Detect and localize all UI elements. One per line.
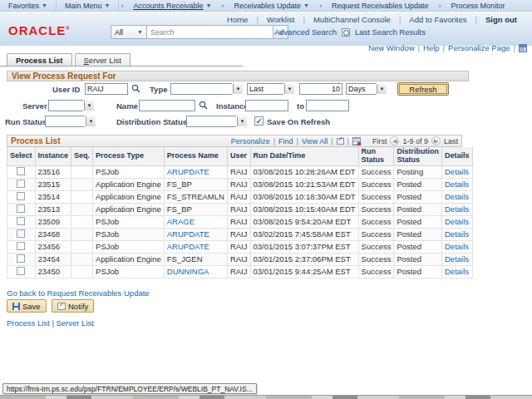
cell-process-type: Application Engine: [93, 178, 165, 190]
personalize-page-link[interactable]: Personalize Page: [448, 43, 510, 52]
download-grid-icon[interactable]: [352, 137, 361, 145]
details-link[interactable]: Details: [445, 217, 469, 226]
days-count-input[interactable]: [299, 83, 342, 95]
chevron-down-icon[interactable]: ▼: [284, 84, 294, 94]
breadcrumb-separator-icon: ›: [119, 2, 125, 10]
type-dropdown[interactable]: ▼: [170, 83, 244, 95]
process-name-text: FS_BP: [167, 204, 192, 214]
process-name-link[interactable]: ARAGE: [167, 217, 195, 226]
row-select-checkbox[interactable]: [17, 192, 25, 200]
instance-from-input[interactable]: [245, 100, 288, 111]
last-search-results-link[interactable]: Last Search Results: [355, 27, 426, 37]
row-select-checkbox[interactable]: [17, 180, 25, 188]
chevron-down-icon[interactable]: ▼: [377, 84, 387, 94]
row-select-checkbox[interactable]: [17, 229, 25, 238]
row-select-checkbox[interactable]: [17, 167, 25, 175]
help-link[interactable]: Help: [423, 43, 440, 52]
process-name-link[interactable]: DUNNINGA: [167, 267, 209, 276]
cell-select: [7, 253, 36, 265]
find-link[interactable]: Find: [278, 137, 293, 145]
name-lookup-icon[interactable]: [199, 101, 208, 110]
multichannel-console-link[interactable]: MultiChannel Console: [305, 15, 399, 24]
zoom-popup-icon[interactable]: [337, 138, 344, 145]
cell-process-type: PSJob: [93, 228, 165, 240]
breadcrumb-receivables-update[interactable]: Receivables Update ▼: [225, 0, 318, 12]
chevron-down-icon[interactable]: ▼: [233, 84, 243, 94]
details-link[interactable]: Details: [445, 180, 469, 189]
user-id-input[interactable]: [85, 83, 128, 95]
next-page-icon[interactable]: ▶: [431, 136, 441, 145]
details-link[interactable]: Details: [445, 229, 469, 239]
sign-out-link[interactable]: Sign out: [477, 15, 525, 24]
col-distribution-status: Distribution Status: [394, 147, 442, 165]
chevron-down-icon[interactable]: ▼: [84, 101, 94, 111]
run-status-dropdown[interactable]: ▼: [45, 116, 96, 127]
cell-select: [7, 240, 36, 253]
cell-run-datetime: 03/08/2015 10:21:53AM EDT: [250, 178, 358, 190]
user-id-lookup-icon[interactable]: [131, 84, 140, 93]
distribution-status-dropdown[interactable]: ▼: [186, 116, 248, 127]
add-to-favorites-link[interactable]: Add to Favorites: [401, 15, 475, 24]
search-scope-dropdown[interactable]: All ▼: [111, 25, 147, 39]
row-select-checkbox[interactable]: [17, 204, 25, 213]
new-window-link[interactable]: New Window: [368, 43, 414, 52]
days-unit-dropdown[interactable]: Days ▼: [346, 83, 387, 95]
go-back-link[interactable]: Go back to Request Receivables Update: [7, 288, 150, 298]
server-dropdown[interactable]: ▼: [48, 100, 95, 111]
notify-button[interactable]: Notify: [52, 299, 94, 313]
search-input[interactable]: [147, 25, 273, 39]
breadcrumb-favorites[interactable]: Favorites ▼: [0, 0, 57, 12]
save-on-refresh-checkbox[interactable]: ✓: [254, 116, 264, 126]
breadcrumb-label: Receivables Update: [234, 2, 301, 10]
details-link[interactable]: Details: [445, 192, 469, 201]
cell-process-type: PSJob: [93, 265, 165, 278]
cell-select: [7, 215, 36, 228]
cell-details: Details: [441, 165, 472, 178]
advanced-search-link[interactable]: Advanced Search: [274, 27, 337, 37]
view-all-link[interactable]: View All: [302, 137, 328, 145]
cell-seq: [71, 190, 93, 203]
cell-instance: 23516: [35, 165, 71, 178]
instance-to-input[interactable]: [306, 100, 349, 111]
details-link[interactable]: Details: [445, 267, 469, 276]
process-name-link[interactable]: ARUPDATE: [167, 229, 209, 239]
cell-details: Details: [441, 265, 472, 278]
last-dropdown[interactable]: Last ▼: [247, 83, 295, 95]
breadcrumb-request-receivables-update[interactable]: Request Receivables Update: [323, 0, 437, 12]
name-input[interactable]: [139, 100, 195, 111]
details-link[interactable]: Details: [445, 204, 469, 214]
worklist-link[interactable]: Worklist: [259, 15, 303, 24]
breadcrumb-separator-icon: ›: [436, 2, 442, 10]
cell-run-datetime: 03/02/2015 7:45:58AM EST: [250, 228, 358, 240]
tab-server-list[interactable]: Server List: [75, 53, 131, 66]
chevron-down-icon[interactable]: ▼: [86, 116, 96, 126]
chevron-down-icon[interactable]: ▼: [237, 116, 247, 126]
details-link[interactable]: Details: [445, 167, 469, 176]
row-select-checkbox[interactable]: [17, 267, 25, 275]
tab-process-list[interactable]: Process List: [7, 53, 72, 66]
process-list-link[interactable]: Process List: [7, 318, 50, 328]
process-name-link[interactable]: ARUPDATE: [167, 167, 209, 176]
row-select-checkbox[interactable]: [17, 217, 25, 225]
cell-user: RAIJ: [227, 265, 250, 278]
row-select-checkbox[interactable]: [17, 254, 25, 263]
cell-seq: [71, 165, 93, 178]
save-label: Save: [22, 302, 41, 311]
home-link[interactable]: Home: [219, 15, 256, 24]
previous-page-icon[interactable]: ◀: [390, 136, 399, 145]
personalize-link[interactable]: Personalize: [231, 137, 270, 145]
save-button[interactable]: Save: [7, 299, 47, 313]
cell-instance: 23509: [35, 215, 71, 228]
process-name-link[interactable]: ARUPDATE: [167, 242, 209, 251]
server-list-link[interactable]: Server List: [57, 318, 94, 328]
row-select-checkbox[interactable]: [17, 242, 25, 250]
col-seq: Seq.: [71, 147, 93, 165]
personalize-layout-icon[interactable]: [519, 44, 527, 52]
details-link[interactable]: Details: [445, 254, 469, 264]
bottom-scrollbar[interactable]: [0, 395, 532, 399]
refresh-button[interactable]: Refresh: [397, 82, 449, 96]
breadcrumb-main-menu[interactable]: Main Menu ▼: [57, 0, 119, 12]
groupbox-title: View Process Request For: [12, 71, 116, 81]
breadcrumb-accounts-receivable[interactable]: Accounts Receivable ▼: [125, 0, 219, 12]
details-link[interactable]: Details: [445, 242, 469, 251]
